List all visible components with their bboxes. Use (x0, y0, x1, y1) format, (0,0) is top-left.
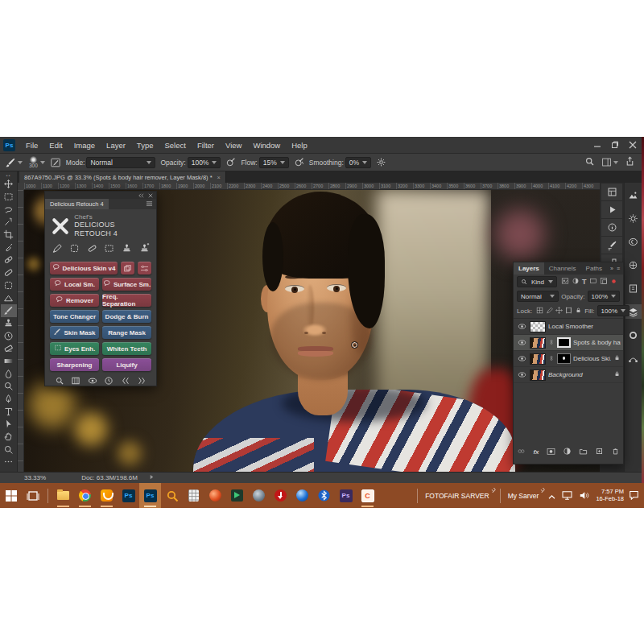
tool-zoom[interactable] (1, 443, 17, 456)
retouch-aux-copy-button[interactable] (121, 262, 134, 275)
layer-row[interactable]: Delicious Ski... (514, 351, 623, 367)
smoothing-options-gear[interactable] (376, 157, 386, 167)
stamp-tool-icon[interactable] (122, 243, 132, 255)
tool-hand[interactable] (1, 431, 17, 444)
tray-label-my-sarver[interactable]: My Sarver (505, 492, 546, 500)
menu-filter[interactable]: Filter (192, 137, 220, 154)
tab-paths[interactable]: Paths (581, 262, 607, 275)
workspace-switcher[interactable] (601, 157, 618, 167)
tool-blur[interactable] (1, 367, 17, 380)
layer-name[interactable]: Background (548, 371, 611, 378)
panel-menu-icon[interactable]: ≡ (617, 266, 620, 271)
prev-icon[interactable] (121, 376, 130, 387)
new-group-icon[interactable] (579, 447, 588, 457)
layer-name[interactable]: Spots & body hai... (573, 339, 621, 346)
brush-size-preview[interactable]: 300 (29, 156, 38, 168)
tool-move[interactable] (1, 178, 17, 191)
retouch-button-remover[interactable]: Remover (50, 294, 99, 308)
tool-brush[interactable] (1, 304, 17, 317)
tool-type[interactable] (1, 405, 17, 418)
layer-visibility-toggle[interactable] (516, 370, 527, 379)
taskbar-photoshop-active[interactable]: Ps (139, 483, 161, 508)
action-center-icon[interactable] (629, 489, 639, 503)
taskbar-chrome[interactable] (74, 483, 96, 508)
tray-expand-icon[interactable] (548, 489, 555, 503)
retouch-button-local-sm-[interactable]: Local Sm. (50, 278, 99, 291)
dock-clone-source-icon[interactable] (625, 258, 642, 272)
retouch-panel-tab[interactable]: Delicious Retouch 4 (45, 199, 109, 209)
taskbar-start[interactable] (0, 483, 22, 508)
mode-dropdown[interactable]: Normal (86, 157, 155, 168)
panel-menu-icon[interactable] (146, 200, 153, 208)
retouch-aux-sliders-button[interactable] (138, 262, 151, 275)
layout-icon[interactable] (71, 376, 80, 387)
taskbar-explorer[interactable] (52, 483, 74, 508)
pressure-opacity-toggle[interactable] (225, 157, 236, 167)
document-tab[interactable]: 867A9750.JPG @ 33.3% (Spots & body hair … (19, 171, 226, 183)
patch-tool-icon[interactable] (69, 243, 80, 255)
filter-pixel-icon[interactable] (561, 277, 569, 287)
zoom-level[interactable]: 33.33% (24, 474, 46, 481)
filter-kind-dropdown[interactable]: Kind (517, 276, 557, 287)
menu-window[interactable]: Window (247, 137, 286, 154)
tool-more[interactable] (1, 456, 17, 469)
taskbar-task-view[interactable] (22, 483, 43, 508)
retouch-button-whiten-teeth[interactable]: Whiten Teeth (102, 342, 151, 356)
dock-navigator-icon[interactable] (625, 188, 642, 202)
airbrush-toggle[interactable] (294, 157, 304, 167)
mask-link-icon[interactable] (548, 355, 555, 363)
layer-visibility-toggle[interactable] (516, 322, 527, 331)
layer-thumbnail[interactable] (530, 353, 546, 365)
tool-dodge[interactable] (1, 380, 17, 393)
taskbar-uc-browser[interactable] (96, 483, 118, 508)
layer-mask-thumbnail[interactable] (557, 337, 571, 348)
tool-eraser[interactable] (1, 342, 17, 355)
lock-all-icon[interactable] (575, 307, 582, 316)
filter-adjustment-icon[interactable] (572, 277, 580, 287)
opacity-dropdown[interactable]: 100% (188, 157, 221, 168)
tab-channels[interactable]: Channels (544, 262, 581, 275)
bandage-tool-icon[interactable] (87, 243, 97, 255)
adjustment-layer-icon[interactable] (563, 447, 572, 457)
mask-link-icon[interactable] (548, 339, 555, 347)
collapse-panel-icon[interactable]: » (610, 266, 613, 271)
menu-layer[interactable]: Layer (101, 137, 131, 154)
taskbar-clock[interactable]: 7:57 PM16-Feb-18 (596, 489, 624, 502)
menu-file[interactable]: File (20, 137, 43, 154)
lock-artboard-icon[interactable] (565, 307, 572, 316)
tool-marquee[interactable] (1, 191, 17, 204)
layer-name[interactable]: Delicious Ski... (573, 355, 611, 362)
layer-style-icon[interactable]: fx (533, 448, 539, 456)
retouch-button-surface-sm-[interactable]: Surface Sm. (102, 278, 151, 291)
menu-type[interactable]: Type (131, 137, 159, 154)
layer-visibility-toggle[interactable] (516, 354, 527, 363)
layer-thumbnail[interactable] (530, 369, 546, 381)
stamp-copy-tool-icon[interactable] (139, 243, 150, 255)
tray-label-fotofair-sarver[interactable]: FOTOFAIR SARVER (422, 492, 496, 500)
taskbar-photoshop-blue[interactable]: Ps (118, 483, 139, 508)
lock-position-icon[interactable] (555, 307, 563, 316)
search-icon[interactable] (55, 376, 64, 387)
tool-crop[interactable] (1, 229, 17, 242)
dock-extensions-icon[interactable] (601, 184, 622, 201)
caret-icon[interactable] (40, 161, 45, 164)
retouch-button-freq-separation[interactable]: Freq. Separation (102, 294, 151, 308)
retouch-button-liquify[interactable]: Liquify (102, 358, 151, 372)
tool-patch[interactable] (1, 279, 17, 292)
tool-lasso[interactable] (1, 203, 17, 216)
history-icon[interactable] (104, 376, 114, 387)
dock-channels-icon[interactable] (625, 328, 642, 342)
status-arrow-icon[interactable] (149, 474, 155, 481)
dock-actions-icon[interactable] (601, 201, 622, 219)
menu-view[interactable]: View (220, 137, 247, 154)
filter-shape-icon[interactable] (589, 277, 597, 287)
taskbar-media-player[interactable] (291, 483, 313, 508)
retouch-button-skin-mask[interactable]: Skin Mask (50, 326, 99, 340)
tool-history-brush[interactable] (1, 329, 17, 342)
retouch-button-tone-changer[interactable]: Tone Changer (50, 310, 99, 324)
close-button[interactable] (624, 137, 642, 153)
dock-libraries-icon[interactable] (625, 234, 642, 249)
tool-eyedropper[interactable] (1, 241, 17, 254)
menu-edit[interactable]: Edit (43, 137, 68, 154)
dock-brush-settings-icon[interactable] (601, 237, 622, 254)
